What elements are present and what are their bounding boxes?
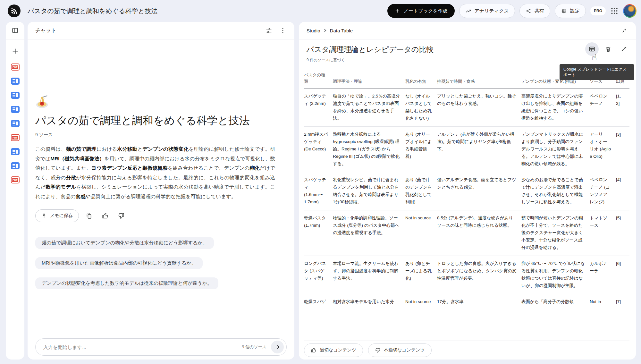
breadcrumb-studio[interactable]: Studio [307,28,320,33]
breadcrumb: Studio Data Table [307,28,353,33]
table-cell: [4] [616,172,629,210]
settings-button[interactable]: 設定 [555,4,586,18]
apps-grid-icon[interactable] [610,7,619,15]
table-cell: 強いアルデンテ食感。歯を立てるとプツンとちぎれる感覚。 [437,172,521,210]
tune-icon[interactable] [262,24,275,37]
table-row: ロングパスタ (スパゲッティ等)本場ローマ流。生クリームを使わず、卵の凝固温度を… [304,256,629,294]
chat-panel: チャット パスタの茹で調理と調和をめぐる科学と技法 9 ソース この資料は、 [28,22,294,360]
source-rail: PDFPDFPDF [6,22,24,360]
add-source-button[interactable] [11,47,19,55]
send-button[interactable] [271,341,284,353]
open-in-full-button[interactable] [617,42,631,56]
summary-paragraph: この資料は、麺の茹で調理における水分移動とデンプンの状態変化を理論的に解明した修… [35,144,275,201]
table-cell: あり (茹で汁のデンプンを乳化剤として利用) [405,172,437,210]
pdf-source-icon[interactable]: PDF [11,176,20,183]
table-cell: [3] [616,127,629,172]
delete-button[interactable] [601,42,615,56]
doc-source-icon[interactable] [11,106,20,113]
close-fullscreen-icon[interactable] [618,24,631,37]
analytics-button[interactable]: アナリティクス [459,4,515,18]
chat-input[interactable] [43,344,242,350]
bad-content-button[interactable]: 不適切なコンテンツ [368,343,432,357]
table-cell: 乳化重視レシピ。茹で汁に含まれるデンプンを利用して油と水分を結合させる。茹で時間… [333,172,405,210]
studio-panel: Studio Data Table パスタ調理理論とレシピデータの比較 9 件の… [299,22,636,360]
table-cell: 茹で時間が短いとデンプンの糊化が不十分で、ソースを絡めた後のテクスチャー変化が大… [521,210,590,256]
chat-title: パスタの茹で調理と調和をめぐる科学と技法 [35,114,287,127]
create-notebook-button[interactable]: ノートブックを作成 [387,4,454,18]
thumb-down-icon[interactable] [115,210,127,222]
table-cell: 独自の「ゆで論」。2.5％の高塩分濃度で茹でることでパスタの表面を締め、水分浸透… [333,88,405,127]
column-header: パスタの種類 [304,68,333,88]
column-header: 推奨茹で時間・食感 [437,68,521,88]
avatar[interactable] [623,4,637,18]
suggested-question-chip[interactable]: 麺の茹で調理においてデンプンの糊化や分散は水分移動にどう影響するか。 [35,237,214,249]
table-cell: 相対含水率モデルを用いた水分 [333,294,405,310]
table-cell: Not in source [405,294,437,310]
spaghetti-emoji [35,94,287,109]
table-row: 乾燥パスタ (1.7mm)物理的・化学的調和性理論。ソース成分 (塩分等) のパ… [304,210,629,256]
notebook-title: パスタの茹で調理と調和をめぐる科学と技法 [28,7,157,15]
table-row: 乾燥スパゲ相対含水率モデルを用いた水分Not in source17分。含水率表… [304,294,629,310]
share-button[interactable]: 共有 [519,4,550,18]
table-cell: デンプンマトリックスが吸水により膨潤し、分子鎖間のファンデルワールス力に影響を与… [521,127,590,172]
table-cell: スパゲッティ (2.2mm) [304,88,333,127]
table-cell: スパゲッティ (1.6mm〜1.7mm) [304,172,333,210]
pdf-source-icon[interactable]: PDF [11,63,20,71]
save-to-note-button[interactable]: メモに保存 [35,209,79,222]
table-cell: 乾燥パスタ (1.7mm) [304,210,333,256]
table-cell: 物理的・化学的調和性理論。ソース成分 (塩分等) のパスタ中心部への浸透度を重視… [333,210,405,256]
table-cell: アーリオ・オーリオ (Aglio e Olio) [590,127,616,172]
input-source-count: 9 個のソース [242,344,266,350]
thumb-down-icon [375,347,381,353]
table-cell: 少なめのお湯で茹でることで茹で汁にデンプンを高濃度で溶出させ、それが乳化剤として… [521,172,590,210]
suggested-question-chip[interactable]: デンプンの状態変化を考慮した数学的モデルは従来の拡散理論と何が違うか。 [35,277,218,289]
table-cell: トロッとした卵の食感。火が入りすぎるとポソポソになるため、タンパク質の変性温度管… [437,256,521,294]
good-content-button[interactable]: 適切なコンテンツ [304,343,363,357]
pdf-source-icon[interactable]: PDF [11,134,20,141]
feedback-bar: 適切なコンテンツ 不適切なコンテンツ [299,341,636,360]
table-cell: [5] [616,210,629,256]
chevron-right-icon [323,29,327,32]
table-cell: 本場ローマ流。生クリームを使わず、卵の凝固温度を科学的に制御する手法。 [333,256,405,294]
doc-source-icon[interactable] [11,162,20,169]
trending-up-icon [465,8,471,14]
gear-icon [561,8,567,14]
chat-panel-title: チャット [35,27,56,34]
table-cell: ロングパスタ (スパゲッティ等) [304,256,333,294]
table-cell: プリッとした歯ごたえ、強いコシ。麺そのものを味わう食感。 [437,88,521,127]
chat-content: パスタの茹で調理と調和をめぐる科学と技法 9 ソース この資料は、麺の茹で調理に… [28,39,294,338]
table-cell: [7] [616,294,629,310]
doc-source-icon[interactable] [11,92,20,99]
table-cell: Not in [590,294,616,310]
table-cell: [6] [616,256,629,294]
copy-icon[interactable] [83,210,95,222]
pro-badge: PRO [590,6,606,15]
data-table-title: パスタ調理理論とレシピデータの比較 [307,45,628,55]
data-table-subtitle: 9 件のソースに基づく [307,57,628,63]
cursor-pointer-icon: ☝ [592,53,597,62]
column-header: 乳化の有無 [405,68,437,88]
suggested-question-chip[interactable]: MRIや顕微鏡を用いた画像解析は食品内部の可視化にどう貢献するか。 [35,257,203,269]
doc-source-icon[interactable] [11,120,20,127]
pin-icon [41,213,47,219]
share-icon [526,8,531,14]
doc-source-icon[interactable] [11,78,20,85]
data-table-container[interactable]: パスタの種類調理手法・理論乳化の有無推奨茹で時間・食感デンプンの状態・変化 (推… [304,68,629,341]
plus-icon [394,8,400,14]
thumb-up-icon[interactable] [99,210,111,222]
notebooklm-logo-icon[interactable] [8,4,21,17]
collapse-panel-icon[interactable] [12,27,19,34]
source-list: PDFPDFPDF [11,63,20,183]
topbar: パスタの茹で調理と調和をめぐる科学と技法 ノートブックを作成 アナリティクス 共… [0,0,641,22]
table-cell: 卵が 65℃ 〜 70℃ でゲル状になる性質を利用。デンプンの糊化状態については… [521,256,590,294]
export-tooltip: Google スプレッドシートにエクスポート [560,64,634,80]
table-cell: アルデンテ (芯が硬く外側が柔らかい構造)。茹で時間によりヤング率が5桁低下。 [437,127,521,172]
doc-source-icon[interactable] [11,148,20,155]
table-cell: 17分。含水率 [437,294,521,310]
thumb-up-icon [311,347,316,353]
source-count-label: 9 ソース [35,132,287,138]
more-vert-icon[interactable] [276,24,289,37]
table-cell: 表面から「高分子の分散領 [521,294,590,310]
table-cell: 乾燥スパゲ [304,294,333,310]
column-header: 調理手法・理論 [333,68,405,88]
